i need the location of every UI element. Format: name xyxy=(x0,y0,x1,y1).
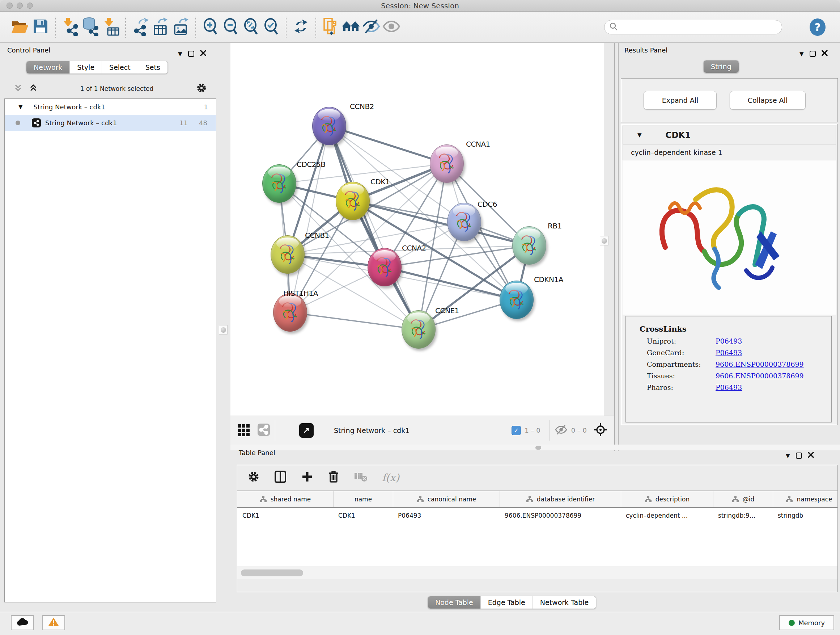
detach-view-icon[interactable] xyxy=(299,423,314,438)
help-button[interactable]: ? xyxy=(810,19,826,36)
apply-layout-button[interactable] xyxy=(291,16,311,38)
table-cell[interactable]: CDK1 xyxy=(237,508,333,523)
network-node-ccnb1[interactable] xyxy=(271,235,305,274)
search-input[interactable] xyxy=(618,23,770,31)
export-image-button[interactable] xyxy=(171,16,191,38)
table-cell[interactable]: CDK1 xyxy=(333,508,393,523)
network-node-ccna1[interactable] xyxy=(430,144,464,183)
tab-network-table[interactable]: Network Table xyxy=(532,596,596,608)
tab-edge-table[interactable]: Edge Table xyxy=(480,596,532,608)
network-canvas[interactable]: CCNB2CCNA1CDC25BCDK1CDC6RB1CCNB1CCNA2CDK… xyxy=(231,43,604,416)
entry-expander-icon[interactable]: ▼ xyxy=(638,132,642,138)
crosslink-value-link[interactable]: P06493 xyxy=(715,383,742,391)
birdseye-grid-icon[interactable] xyxy=(238,424,249,436)
import-table-button[interactable] xyxy=(101,16,121,38)
column-header-namespace[interactable]: namespace xyxy=(773,491,837,507)
save-session-button[interactable] xyxy=(30,16,51,38)
network-node-hist1h1a[interactable] xyxy=(273,293,307,332)
table-cell[interactable]: stringdb:9... xyxy=(713,508,773,523)
tab-node-table[interactable]: Node Table xyxy=(428,596,480,608)
copy-document-button[interactable] xyxy=(321,16,341,38)
tab-network[interactable]: Network xyxy=(27,61,69,73)
float-panel-icon[interactable] xyxy=(810,51,816,57)
results-panel-divider[interactable] xyxy=(614,43,619,451)
column-header-canonical-name[interactable]: canonical name xyxy=(393,491,500,507)
toolbar-search-field[interactable] xyxy=(604,20,782,35)
export-network-button[interactable] xyxy=(130,16,150,38)
hide-glass-button[interactable] xyxy=(361,16,381,38)
warnings-button[interactable] xyxy=(42,615,65,630)
tab-select[interactable]: Select xyxy=(102,61,138,73)
collapse-panel-icon[interactable]: ▼ xyxy=(178,51,182,57)
cloud-status-button[interactable] xyxy=(11,615,34,630)
crosslink-value-link[interactable]: P06493 xyxy=(715,348,742,356)
left-splitter-handle[interactable] xyxy=(219,325,227,334)
column-header-database-identifier[interactable]: database identifier xyxy=(500,491,621,507)
float-panel-icon[interactable] xyxy=(796,453,802,459)
zoom-selected-button[interactable] xyxy=(261,16,281,38)
column-header--id[interactable]: @id xyxy=(713,491,773,507)
memory-button[interactable]: Memory xyxy=(779,615,834,630)
hidden-eye-slash-icon[interactable] xyxy=(554,424,568,437)
network-node-cdc25b[interactable] xyxy=(262,165,296,203)
show-glass-button[interactable] xyxy=(381,16,401,38)
selected-checkbox-icon[interactable]: ✓ xyxy=(512,426,521,435)
table-cell[interactable]: stringdb xyxy=(773,508,837,523)
string-home-button[interactable] xyxy=(341,16,361,38)
export-table-button[interactable] xyxy=(150,16,171,38)
tab-sets[interactable]: Sets xyxy=(138,61,167,73)
network-node-ccne1[interactable] xyxy=(401,310,436,348)
gear-icon[interactable] xyxy=(196,82,207,95)
collapse-all-tree-icon[interactable] xyxy=(29,84,38,94)
close-panel-icon[interactable] xyxy=(821,50,828,57)
network-share-icon-muted[interactable] xyxy=(257,424,270,437)
crosshair-icon[interactable] xyxy=(593,423,608,439)
crosslink-value-link[interactable]: 9606.ENSP00000378699 xyxy=(715,372,804,380)
table-cell[interactable]: P06493 xyxy=(393,508,500,523)
column-header-name[interactable]: name xyxy=(333,491,393,507)
tab-string[interactable]: String xyxy=(704,60,739,73)
expand-all-tree-icon[interactable] xyxy=(14,84,22,94)
network-edge[interactable] xyxy=(329,126,418,329)
scrollbar-thumb[interactable] xyxy=(241,570,303,576)
network-node-rb1[interactable] xyxy=(512,226,546,264)
table-row[interactable]: CDK1CDK1P064939606.ENSP00000378699cyclin… xyxy=(237,508,837,523)
collapse-panel-icon[interactable]: ▼ xyxy=(799,51,804,57)
table-settings-gear-icon[interactable] xyxy=(248,470,260,485)
collapse-panel-icon[interactable]: ▼ xyxy=(786,453,790,459)
network-edge[interactable] xyxy=(329,126,447,164)
expand-all-button[interactable]: Expand All xyxy=(644,91,717,110)
show-columns-icon[interactable] xyxy=(274,470,286,485)
crosslink-value-link[interactable]: 9606.ENSP00000378699 xyxy=(715,360,804,368)
column-header-shared-name[interactable]: shared name xyxy=(237,491,333,507)
zoom-in-button[interactable] xyxy=(201,16,221,38)
zoom-fit-button[interactable] xyxy=(241,16,261,38)
table-cell[interactable]: cyclin–dependent ... xyxy=(621,508,713,523)
import-network-file-button[interactable] xyxy=(60,16,80,38)
collapse-all-button[interactable]: Collapse All xyxy=(729,91,806,110)
right-splitter-handle[interactable] xyxy=(600,236,608,245)
import-network-database-button[interactable] xyxy=(80,16,101,38)
table-panel-splitter[interactable] xyxy=(231,445,840,450)
crosslink-value-link[interactable]: P06493 xyxy=(715,337,742,345)
network-edge[interactable] xyxy=(385,267,516,300)
delete-column-trash-icon[interactable] xyxy=(328,470,339,485)
network-edge[interactable] xyxy=(290,312,418,329)
network-node-ccnb2[interactable] xyxy=(312,107,346,145)
tree-expander-icon[interactable]: ▼ xyxy=(19,103,23,110)
add-column-icon[interactable] xyxy=(301,470,313,485)
network-row[interactable]: String Network – cdk1 11 48 xyxy=(5,115,216,131)
float-panel-icon[interactable] xyxy=(188,51,194,57)
network-node-cdkn1a[interactable] xyxy=(500,280,534,319)
close-panel-icon[interactable] xyxy=(808,452,814,459)
table-cell[interactable]: 9606.ENSP00000378699 xyxy=(500,508,621,523)
close-panel-icon[interactable] xyxy=(200,50,206,57)
table-horizontal-scrollbar[interactable] xyxy=(237,567,837,579)
entry-header[interactable]: ▼ CDK1 xyxy=(622,126,836,144)
network-collection-row[interactable]: ▼ String Network – cdk1 1 xyxy=(5,99,216,115)
zoom-out-button[interactable] xyxy=(221,16,241,38)
network-node-ccna2[interactable] xyxy=(368,248,401,287)
network-node-cdc6[interactable] xyxy=(447,203,481,241)
tab-style[interactable]: Style xyxy=(69,61,102,73)
network-node-cdk1[interactable] xyxy=(336,182,370,220)
